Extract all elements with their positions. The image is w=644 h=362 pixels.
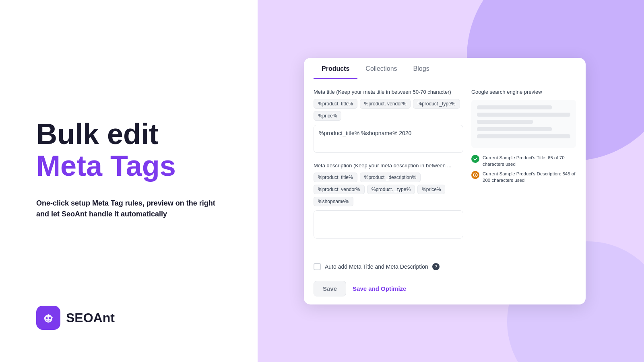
meta-title-input[interactable] (314, 125, 463, 153)
meta-description-label: Meta description (Keep your meta descrip… (314, 162, 463, 169)
status-badges: Current Sample Product's Title: 65 of 70… (471, 154, 576, 183)
tag-price[interactable]: %price% (314, 111, 341, 121)
logo-area: SEOAnt (36, 306, 115, 330)
tag-desc-shopname[interactable]: %shopname% (314, 197, 353, 206)
tag-desc-product-vendor[interactable]: %product. vendor% (314, 185, 365, 194)
svg-line-4 (44, 318, 45, 319)
right-panel: Products Collections Blogs Meta title (K… (258, 0, 644, 362)
card: Products Collections Blogs Meta title (K… (304, 58, 586, 304)
google-preview-label: Google search engine preview (471, 89, 576, 95)
meta-title-tags: %product. title% %product. vendor% %prod… (314, 99, 463, 121)
svg-point-8 (475, 174, 475, 174)
meta-description-tags: %product. title% %product _description% … (314, 173, 463, 206)
checkmark-svg (473, 156, 478, 161)
subtitle: One-click setup Meta Tag rules, preview … (36, 198, 221, 220)
tag-product-title[interactable]: %product. title% (314, 99, 357, 109)
meta-description-input[interactable] (314, 210, 463, 239)
title-status-text: Current Sample Product's Title: 65 of 70… (483, 154, 576, 167)
info-icon (471, 171, 479, 179)
auto-add-row: Auto add Meta Title and Meta Description… (304, 258, 586, 275)
tabs: Products Collections Blogs (304, 58, 586, 79)
tag-product-type[interactable]: %product _type% (413, 99, 460, 109)
seoant-icon (41, 311, 56, 325)
title-status-badge: Current Sample Product's Title: 65 of 70… (471, 154, 576, 167)
info-svg (473, 173, 478, 177)
buttons-row: Save Save and Optimize (304, 275, 586, 304)
card-body: Meta title (Keep your meta title in betw… (304, 79, 586, 258)
headline-bulk: Bulk edit (36, 118, 221, 150)
svg-point-1 (46, 317, 48, 319)
check-icon (471, 155, 479, 163)
meta-title-section: Meta title (Keep your meta title in betw… (314, 89, 463, 154)
meta-description-section: Meta description (Keep your meta descrip… (314, 162, 463, 240)
preview-line-1 (477, 105, 552, 109)
svg-point-2 (49, 317, 51, 319)
left-panel: Bulk edit Meta Tags One-click setup Meta… (0, 0, 258, 362)
svg-line-5 (52, 318, 52, 319)
save-optimize-button[interactable]: Save and Optimize (353, 285, 406, 292)
logo-icon (36, 306, 60, 330)
tag-desc-price[interactable]: %price% (417, 185, 445, 194)
tag-product-vendor[interactable]: %product. vendor% (360, 99, 411, 109)
google-preview-box (471, 100, 576, 148)
logo-text: SEOAnt (66, 311, 115, 325)
tag-desc-product-type[interactable]: %product. _type% (367, 185, 415, 194)
preview-line-5 (477, 134, 570, 138)
tag-desc-product-description[interactable]: %product _description% (360, 173, 421, 182)
tag-desc-product-title[interactable]: %product. title% (314, 173, 357, 182)
auto-add-checkbox[interactable] (314, 263, 321, 270)
tab-blogs[interactable]: Blogs (405, 58, 438, 79)
tab-products[interactable]: Products (314, 58, 357, 79)
preview-line-3 (477, 120, 533, 124)
save-button[interactable]: Save (314, 281, 346, 296)
meta-title-label: Meta title (Keep your meta title in betw… (314, 89, 463, 95)
tab-collections[interactable]: Collections (357, 58, 405, 79)
preview-panel: Google search engine preview (471, 89, 576, 248)
preview-line-2 (477, 113, 570, 117)
card-main: Meta title (Keep your meta title in betw… (314, 89, 463, 248)
desc-status-badge: Current Sample Product's Description: 54… (471, 171, 576, 183)
auto-add-label: Auto add Meta Title and Meta Description (325, 263, 428, 270)
headline-meta: Meta Tags (36, 150, 221, 182)
help-icon[interactable]: ? (432, 263, 440, 270)
preview-line-4 (477, 127, 552, 131)
desc-status-text: Current Sample Product's Description: 54… (483, 171, 576, 183)
